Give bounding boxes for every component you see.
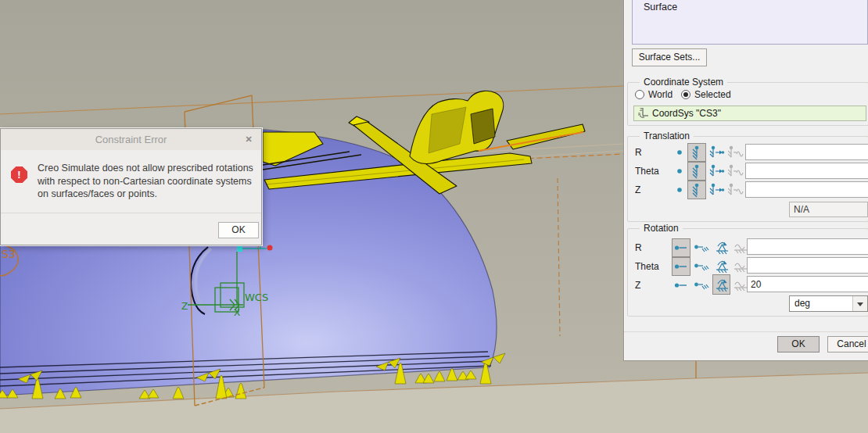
svg-text:X: X xyxy=(234,307,240,318)
rotation-row-label-r: R xyxy=(635,242,642,253)
world-radio[interactable] xyxy=(635,90,644,99)
close-icon[interactable]: ✕ xyxy=(242,133,255,145)
svg-text:Z: Z xyxy=(181,301,188,312)
translation-free-icon[interactable] xyxy=(673,144,686,161)
panel-separator xyxy=(624,331,868,332)
rotation-group-label: Rotation xyxy=(640,223,683,234)
csys-icon: Z R xyxy=(637,106,650,123)
dialog-titlebar[interactable]: Constraint Error ✕ xyxy=(1,129,261,150)
translation-fixed-button[interactable] xyxy=(687,162,706,181)
error-message: Creo Simulate does not allow prescribed … xyxy=(38,162,253,201)
rotation-prescribed-icon[interactable] xyxy=(712,256,730,276)
panel-ok-button[interactable]: OK xyxy=(777,336,820,352)
coordsys-value: CoordSys "CS3" xyxy=(652,108,721,119)
constraint-error-dialog: Constraint Error ✕ ! Creo Simulate does … xyxy=(0,128,262,245)
rotation-function-icon[interactable] xyxy=(733,237,748,257)
translation-fixed-button[interactable] xyxy=(687,143,706,162)
rotation-prescribed-button[interactable] xyxy=(712,274,730,295)
translation-row-label-z: Z xyxy=(635,184,640,195)
rotation-units-combobox[interactable]: deg xyxy=(789,295,868,312)
translation-fixed-button[interactable] xyxy=(687,181,706,199)
rotation-function-icon[interactable] xyxy=(733,274,748,295)
rotation-prescribed-icon[interactable] xyxy=(712,237,730,257)
translation-row-label-theta: Theta xyxy=(635,166,659,177)
translation-free-icon[interactable] xyxy=(673,163,686,180)
translation-r-input[interactable] xyxy=(745,144,868,160)
references-listbox[interactable]: Surface xyxy=(632,0,868,45)
rotation-free-icon[interactable] xyxy=(672,276,690,295)
combobox-drop-button[interactable] xyxy=(852,296,867,311)
rotation-units-value: deg xyxy=(794,298,810,309)
world-radio-label[interactable]: World xyxy=(648,89,673,100)
selected-radio[interactable] xyxy=(681,90,690,99)
dialog-ok-button[interactable]: OK xyxy=(218,222,259,238)
constraint-properties-panel: Surface Surface Sets... Coordinate Syste… xyxy=(623,0,868,361)
translation-theta-input[interactable] xyxy=(745,163,868,179)
translation-prescribed-icon[interactable] xyxy=(708,162,726,181)
coordsys-collector[interactable]: Z R CoordSys "CS3" xyxy=(633,106,866,121)
translation-function-icon[interactable] xyxy=(728,162,744,181)
dialog-title: Constraint Error xyxy=(1,134,261,145)
translation-function-icon[interactable] xyxy=(728,143,744,162)
translation-group-label: Translation xyxy=(640,131,694,141)
surface-sets-button[interactable]: Surface Sets... xyxy=(632,48,707,66)
dialog-separator xyxy=(1,213,261,213)
rotation-free-button[interactable] xyxy=(672,238,690,257)
panel-left-highlight xyxy=(624,0,625,360)
app-window: S3 Z X WCS Surface Surface Sets... xyxy=(0,0,868,433)
svg-text:R: R xyxy=(638,112,641,116)
error-icon: ! xyxy=(11,166,27,183)
rotation-fixed-icon[interactable] xyxy=(693,238,709,257)
rotation-function-icon[interactable] xyxy=(733,256,748,276)
rotation-group: Rotation R xyxy=(627,228,868,317)
translation-free-icon[interactable] xyxy=(673,181,686,199)
panel-cancel-button[interactable]: Cancel xyxy=(827,336,868,352)
rotation-fixed-icon[interactable] xyxy=(693,257,709,276)
translation-row-label-r: R xyxy=(635,147,642,158)
coordinate-system-group-label: Coordinate System xyxy=(640,77,727,88)
reference-point-marker xyxy=(267,245,273,251)
translation-prescribed-icon[interactable] xyxy=(708,181,726,199)
rotation-z-input[interactable] xyxy=(747,276,868,292)
rotation-free-button[interactable] xyxy=(672,257,690,276)
selected-point-marker xyxy=(237,246,242,252)
svg-text:S3: S3 xyxy=(2,248,16,260)
rotation-r-input[interactable] xyxy=(747,238,868,255)
translation-units-field: N/A xyxy=(789,202,868,217)
rotation-row-label-z: Z xyxy=(635,280,640,291)
rotation-fixed-icon[interactable] xyxy=(693,276,709,295)
translation-function-icon[interactable] xyxy=(728,181,744,199)
chevron-down-icon xyxy=(857,302,863,306)
rotation-theta-input[interactable] xyxy=(747,257,868,274)
translation-z-input[interactable] xyxy=(745,181,868,198)
selected-radio-label[interactable]: Selected xyxy=(694,89,731,100)
reference-item-surface[interactable]: Surface xyxy=(633,0,867,13)
svg-text:WCS: WCS xyxy=(245,292,268,303)
rotation-row-label-theta: Theta xyxy=(635,261,659,272)
coordinate-system-group: Coordinate System World Selected Z R Coo… xyxy=(627,82,868,126)
translation-group: Translation R xyxy=(627,136,868,222)
translation-prescribed-icon[interactable] xyxy=(708,143,726,162)
